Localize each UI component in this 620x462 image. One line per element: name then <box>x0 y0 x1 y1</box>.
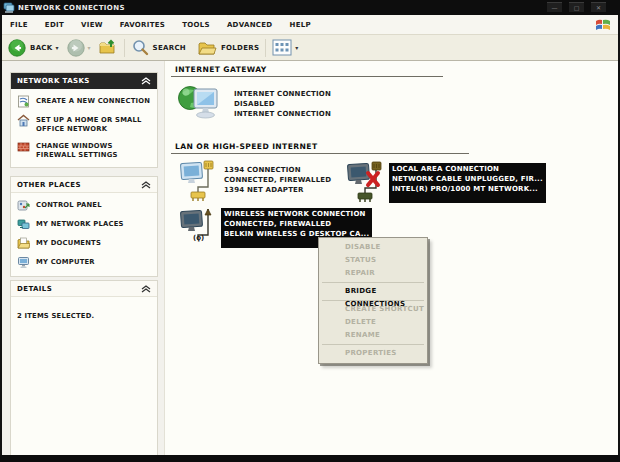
place-my-documents[interactable]: MY DOCUMENTS <box>17 237 152 250</box>
window-bottom-border <box>0 455 620 462</box>
folder-up-icon <box>99 39 118 56</box>
folders-icon <box>198 40 217 56</box>
titlebar: NETWORK CONNECTIONS — ▢ ✕ <box>0 0 620 15</box>
other-places-title: OTHER PLACES <box>17 181 81 189</box>
back-dropdown-caret-icon[interactable]: ▾ <box>56 44 59 51</box>
views-button[interactable]: ▾ <box>272 39 298 56</box>
search-icon <box>131 39 149 57</box>
home-network-icon <box>17 114 30 127</box>
forward-dropdown-caret-icon: ▾ <box>88 44 91 51</box>
section-rule <box>171 153 469 154</box>
connection-name: 1394 CONNECTION <box>224 165 331 175</box>
section-title-internet-gateway: INTERNET GATEWAY <box>175 65 267 74</box>
menu-help[interactable]: HELP <box>289 21 310 29</box>
collapse-chevron-icon <box>141 285 151 293</box>
maximize-button[interactable]: ▢ <box>569 2 584 12</box>
back-button[interactable]: BACK ▾ <box>8 39 59 57</box>
connection-name: INTERNET CONNECTION <box>234 89 331 99</box>
control-panel-icon <box>17 199 30 212</box>
place-label: CONTROL PANEL <box>36 199 102 210</box>
lan-connection-icon <box>179 160 217 202</box>
other-places-header[interactable]: OTHER PLACES <box>11 177 157 193</box>
connection-status: DISABLED <box>234 99 331 109</box>
internet-gateway-icon <box>177 83 221 123</box>
context-menu-item-delete: DELETE <box>319 316 427 329</box>
connection-status: NETWORK CABLE UNPLUGGED, FIR... <box>392 174 543 184</box>
toolbar: BACK ▾ ▾ SEARCH <box>2 35 618 61</box>
task-label: SET UP A HOME OR SMALL OFFICE NETWORK <box>36 114 152 134</box>
connection-item-1394[interactable]: 1394 CONNECTION CONNECTED, FIREWALLED 13… <box>179 160 331 202</box>
connection-item-local-area[interactable]: LOCAL AREA CONNECTION NETWORK CABLE UNPL… <box>346 161 546 203</box>
computer-icon <box>17 256 30 269</box>
context-menu-item-status: STATUS <box>319 254 427 267</box>
forward-icon <box>67 39 85 57</box>
connection-status: CONNECTED, FIREWALLED <box>224 219 369 229</box>
details-title: DETAILS <box>17 285 52 293</box>
place-label: MY NETWORK PLACES <box>36 218 124 229</box>
documents-icon <box>17 237 30 250</box>
minimize-button[interactable]: — <box>547 2 562 12</box>
folders-label: FOLDERS <box>221 44 259 52</box>
search-label: SEARCH <box>153 44 186 52</box>
network-connections-window: NETWORK CONNECTIONS — ▢ ✕ FILE EDIT VIEW… <box>0 0 620 462</box>
firewall-icon <box>17 140 30 153</box>
context-menu-item-properties: PROPERTIES <box>319 347 427 360</box>
menu-favorites[interactable]: FAVORITES <box>120 21 165 29</box>
context-menu-item-bridge-connections[interactable]: BRIDGE CONNECTIONS <box>319 285 427 298</box>
context-menu: DISABLE STATUS REPAIR BRIDGE CONNECTIONS… <box>318 237 428 364</box>
place-control-panel[interactable]: CONTROL PANEL <box>17 199 152 212</box>
section-title-lan: LAN OR HIGH-SPEED INTERNET <box>175 142 317 151</box>
windows-logo-icon <box>594 17 612 33</box>
window-title: NETWORK CONNECTIONS <box>18 4 125 12</box>
task-change-firewall-settings[interactable]: CHANGE WINDOWS FIREWALL SETTINGS <box>17 140 152 160</box>
connection-name: LOCAL AREA CONNECTION <box>392 164 543 174</box>
details-header[interactable]: DETAILS <box>11 281 157 297</box>
task-create-new-connection[interactable]: CREATE A NEW CONNECTION <box>17 95 152 108</box>
connection-name: WIRELESS NETWORK CONNECTION <box>224 209 369 219</box>
window-controls: — ▢ ✕ <box>547 2 606 12</box>
explorer-body: NETWORK TASKS CREATE A NEW CONNECTION <box>2 61 618 455</box>
section-rule <box>171 76 443 77</box>
network-tasks-header[interactable]: NETWORK TASKS <box>11 73 157 89</box>
place-my-computer[interactable]: MY COMPUTER <box>17 256 152 269</box>
place-my-network-places[interactable]: MY NETWORK PLACES <box>17 218 152 231</box>
network-connections-icon <box>3 2 15 13</box>
new-connection-icon <box>17 95 30 108</box>
context-menu-separator <box>322 344 424 345</box>
task-label: CHANGE WINDOWS FIREWALL SETTINGS <box>36 140 152 160</box>
menu-view[interactable]: VIEW <box>81 21 103 29</box>
context-menu-item-repair: REPAIR <box>319 267 427 280</box>
back-icon <box>8 39 26 57</box>
menu-tools[interactable]: TOOLS <box>182 21 210 29</box>
context-menu-item-rename: RENAME <box>319 329 427 342</box>
connections-view: INTERNET GATEWAY <box>166 61 618 455</box>
connection-status: CONNECTED, FIREWALLED <box>224 175 331 185</box>
context-menu-item-create-shortcut: CREATE SHORTCUT <box>319 303 427 316</box>
context-menu-separator <box>322 282 424 283</box>
search-button[interactable]: SEARCH <box>131 39 186 57</box>
collapse-chevron-icon <box>141 181 151 189</box>
toolbar-separator <box>124 39 125 57</box>
wireless-connection-icon: (ϙ) <box>179 206 219 248</box>
network-places-icon <box>17 218 30 231</box>
toolbar-separator <box>265 39 266 57</box>
forward-button[interactable]: ▾ <box>67 39 91 57</box>
views-dropdown-caret-icon[interactable]: ▾ <box>295 44 298 51</box>
connection-item-internet[interactable]: INTERNET CONNECTION DISABLED INTERNET CO… <box>177 83 331 123</box>
menu-edit[interactable]: EDIT <box>45 21 64 29</box>
connection-device: 1394 NET ADAPTER <box>224 185 331 195</box>
connection-device: INTEL(R) PRO/1000 MT NETWORK... <box>392 184 543 194</box>
network-tasks-panel: NETWORK TASKS CREATE A NEW CONNECTION <box>10 72 158 168</box>
menu-advanced[interactable]: ADVANCED <box>227 21 273 29</box>
menu-file[interactable]: FILE <box>10 21 28 29</box>
sidebar: NETWORK TASKS CREATE A NEW CONNECTION <box>2 61 165 455</box>
up-button[interactable] <box>99 39 118 56</box>
connection-device: INTERNET CONNECTION <box>234 109 331 119</box>
folders-button[interactable]: FOLDERS <box>198 40 259 56</box>
close-button[interactable]: ✕ <box>591 2 606 12</box>
back-label: BACK <box>30 44 53 52</box>
context-menu-item-disable: DISABLE <box>319 241 427 254</box>
task-setup-home-network[interactable]: SET UP A HOME OR SMALL OFFICE NETWORK <box>17 114 152 134</box>
lan-unplugged-icon <box>346 161 386 203</box>
place-label: MY COMPUTER <box>36 256 95 267</box>
